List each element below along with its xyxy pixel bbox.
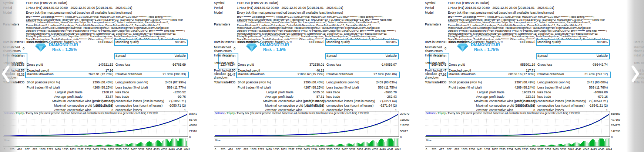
stat-label-spread: Spread (115, 54, 125, 58)
x-tick-label: 4440 (169, 148, 175, 151)
x-tick-label: 3437 (131, 148, 137, 151)
x-tick-label: 2634 (311, 148, 318, 151)
logo-risk: Risk = 1.25% (52, 47, 78, 52)
x-tick-label: 1230 (469, 148, 475, 151)
model-value: Every tick (the most precise method base… (448, 11, 611, 15)
stat-value-gross-profit: 955901.19 (484, 63, 535, 67)
parameters-value: str1="******* Lot settings *******"; Fix… (237, 15, 399, 44)
stat-value-gross-loss: -149059.07 (347, 63, 397, 67)
x-tick-label: 1831 (70, 148, 76, 151)
stat-prefix-average: Average (38, 95, 66, 99)
x-tick-label: 0 (215, 148, 216, 151)
stat-value-maximal-drawdown: 21866.67 (15.27%) (273, 73, 324, 76)
x-tick-label: 3637 (349, 148, 355, 151)
stat-value-average-profit-trade: 33.67 (62, 95, 113, 99)
size-chart (425, 138, 610, 147)
stat-label-modelling-quality: Modelling quality (537, 41, 561, 44)
stat-value-largest-loss-trade: -3686.70 (347, 91, 397, 94)
stat-value-bars-in-test: 31280 (218, 41, 235, 44)
y-tick-label: 427169 (611, 118, 627, 121)
x-tick-label: 1029 (461, 148, 467, 151)
x-tick-label: 0 (426, 148, 427, 151)
stat-label-maximal-drawdown: Maximal drawdown (27, 73, 54, 76)
stat-value-bars-in-test: 31280 (429, 41, 446, 44)
x-tick-label: 1631 (484, 148, 490, 151)
parameters-value: str1="******* Lot settings *******"; Fix… (26, 15, 188, 44)
symbol-label: Symbol (425, 1, 446, 5)
stat-value-gross-loss: -386442.74 (558, 63, 608, 67)
balance-chart-svg (214, 111, 399, 137)
caption-balance: Balance (215, 111, 225, 115)
x-tick-label: 2635 (522, 148, 529, 151)
stat-label-gross-loss: Gross loss (115, 63, 130, 67)
stat-value-modelling-quality: 99.90% (136, 41, 186, 44)
stat-label-short-positions: Short positions (won %) (27, 81, 60, 84)
stat-value-long-positions: 2441 (88.00%) (558, 81, 608, 84)
x-tick-label: 1028 (39, 148, 46, 151)
stat-label-largest-loss-trade: loss trade (115, 91, 129, 94)
x-tick-label: 2836 (530, 148, 536, 151)
y-tick-label: 0 (400, 136, 416, 139)
stat-value-long-positions: 2439 (88.03%) (347, 81, 397, 84)
chart-caption: Balance / Equity / Every tick (the most … (4, 111, 158, 115)
stat-value-total-net-profit: 223478.94 (218, 63, 235, 67)
x-tick-label: 2032 (77, 148, 84, 151)
symbol-value: EURUSD (Euro vs US Dollar) (448, 1, 611, 5)
stat-value-consec-profit-count: 8167.65 (28) (273, 104, 324, 108)
stat-value-profit-trades: 4267 (88.25%) (273, 86, 324, 90)
model-label: Model (425, 11, 446, 15)
stat-value-relative-drawdown: 31.40% (747.17) (558, 73, 608, 76)
x-tick-label: 3838 (357, 148, 363, 151)
x-tick-label: 426 (17, 148, 22, 151)
stat-label-gross-loss: Gross loss (537, 63, 552, 67)
y-tick-label: 0 (611, 136, 627, 139)
period-value: 1 Hour (H1) 2018.01.02 00:00 - 2022.12.3… (448, 6, 611, 10)
stat-value-spread: Variable (558, 54, 608, 58)
stat-value-consec-wins-money: 67 (1520.33) (273, 100, 324, 103)
symbol-value: EURUSD (Euro vs US Dollar) (26, 1, 189, 5)
caption-method: Every tick (the most precise method base… (26, 111, 158, 115)
y-tick-label: 65730 (189, 118, 205, 121)
logo-risk: Risk = 1.5% (263, 47, 289, 52)
x-tick-label: 828 (33, 148, 37, 151)
x-tick-label: 1229 (258, 148, 264, 151)
stat-value-consec-profit-count: 2851.19 (28) (62, 104, 113, 108)
x-tick-label: 3037 (537, 148, 544, 151)
period-label: Period (425, 6, 446, 10)
y-tick-label: 168052 (400, 118, 416, 121)
stat-value-relative-drawdown: 21.30% (388.33) (136, 73, 186, 76)
x-tick-label: 1430 (54, 148, 61, 151)
size-chart-label: Size (215, 139, 221, 142)
stat-value-total-trades: 4835 (218, 81, 235, 84)
stat-value-profit-trades: 4266 (88.23%) (62, 86, 113, 90)
x-tick-label: 627 (25, 148, 30, 151)
model-value: Every tick (the most precise method base… (26, 11, 189, 15)
period-value: 1 Hour (H1) 2018.01.02 00:00 - 2022.12.3… (237, 6, 400, 10)
model-label: Model (214, 11, 235, 15)
stat-value-consec-losses-money: 2 (-6271.64) (347, 100, 397, 103)
balance-line (4, 114, 187, 135)
x-tick-label: 4041 (575, 148, 581, 151)
chevron-left-icon[interactable] (1, 65, 11, 83)
stat-value-consec-losses-money: 2 (-18541.21) (558, 100, 608, 103)
stat-value-average-loss-trade: -99.76 (136, 95, 186, 99)
x-tick-label: 3637 (138, 148, 144, 151)
stat-value-gross-loss: -56765.69 (136, 63, 186, 67)
chevron-right-icon[interactable] (630, 65, 640, 83)
x-tick-label: 3439 (553, 148, 559, 151)
stat-value-consec-wins-money: 67 (761.12) (62, 100, 113, 103)
size-chart-svg (425, 138, 610, 146)
stat-prefix-largest: Largest (249, 91, 277, 94)
x-tick-label: 4239 (372, 148, 378, 151)
stat-value-relative-drawdown: 27.07% (565.86) (347, 73, 397, 76)
balance-chart (214, 111, 399, 137)
x-tick-label: 4039 (153, 148, 160, 151)
x-tick-label: 4643 (598, 148, 604, 151)
stat-value-short-positions: 2396 (88.48%) (273, 81, 324, 84)
stat-value-largest-profit-trade: 6635.36 (273, 91, 324, 94)
x-tick-label: 2033 (499, 148, 506, 151)
stat-value-long-positions: 2439 (87.99%) (136, 81, 186, 84)
x-tick-label: 4844 (606, 148, 612, 151)
stat-prefix-average: Average (460, 95, 488, 99)
size-chart-svg (214, 138, 399, 146)
